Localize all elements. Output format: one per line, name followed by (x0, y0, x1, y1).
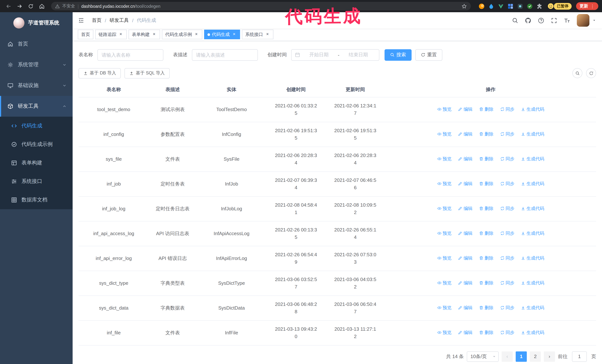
edit-link[interactable]: 编辑 (458, 105, 473, 113)
sync-link[interactable]: 同步 (500, 279, 514, 286)
generate-code-link[interactable]: 生成代码 (521, 155, 544, 162)
delete-link[interactable]: 删除 (479, 279, 494, 286)
edit-link[interactable]: 编辑 (458, 205, 473, 212)
edit-link[interactable]: 编辑 (458, 279, 473, 286)
preview-link[interactable]: 预览 (437, 105, 452, 113)
delete-link[interactable]: 删除 (479, 254, 494, 262)
tab[interactable]: 代码生成示例 × (162, 30, 202, 40)
user-avatar[interactable] (577, 14, 589, 27)
edit-link[interactable]: 编辑 (458, 180, 473, 187)
tab-close-icon[interactable]: × (265, 32, 270, 37)
sync-link[interactable]: 同步 (500, 304, 514, 311)
generate-code-link[interactable]: 生成代码 (521, 329, 544, 336)
tab[interactable]: 链路追踪 × (95, 30, 127, 40)
generate-code-link[interactable]: 生成代码 (521, 254, 544, 262)
tab-close-icon[interactable]: × (118, 32, 123, 37)
sidebar-item-infrastructure[interactable]: 基础设施 (0, 75, 73, 96)
table-desc-input[interactable] (192, 49, 258, 61)
grid-extension-icon[interactable] (507, 3, 514, 9)
tab[interactable]: 表单构建 × (129, 30, 160, 40)
drop-extension-icon[interactable] (488, 3, 494, 9)
orange-extension-icon[interactable] (478, 3, 484, 9)
preview-link[interactable]: 预览 (437, 329, 452, 336)
page-button-1[interactable]: 1 (516, 351, 527, 362)
tab-close-icon[interactable]: × (232, 32, 237, 37)
tab-close-icon[interactable]: × (151, 32, 157, 37)
help-icon[interactable] (538, 17, 544, 23)
sidebar-item-codegen-example[interactable]: 代码生成示例 (0, 135, 73, 154)
sidebar-item-system-api[interactable]: 系统接口 (0, 172, 73, 191)
sync-link[interactable]: 同步 (500, 205, 514, 212)
table-name-input[interactable] (97, 49, 163, 61)
sync-link[interactable]: 同步 (500, 105, 514, 113)
browser-profile-avatar[interactable] (548, 3, 554, 9)
delete-link[interactable]: 删除 (479, 105, 494, 113)
browser-menu-icon[interactable]: ⋮ (590, 3, 595, 9)
tab[interactable]: 系统接口 × (242, 30, 273, 40)
browser-forward-button[interactable] (15, 1, 24, 11)
toggle-search-button[interactable] (572, 68, 582, 78)
dark-extension-icon[interactable] (517, 3, 523, 9)
sync-link[interactable]: 同步 (500, 155, 514, 162)
goto-page-input[interactable] (572, 351, 587, 362)
breadcrumb-home[interactable]: 首页 (92, 17, 101, 24)
browser-update-button[interactable]: 更新 ⋮ (576, 2, 598, 10)
delete-link[interactable]: 删除 (479, 205, 494, 212)
vue-devtools-extension-icon[interactable] (497, 3, 504, 9)
page-button-2[interactable]: 2 (530, 351, 541, 362)
sidebar-item-form-builder[interactable]: 表单构建 (0, 154, 73, 172)
delete-link[interactable]: 删除 (479, 130, 494, 137)
tab-close-icon[interactable]: × (194, 32, 199, 37)
sync-link[interactable]: 同步 (500, 329, 514, 336)
import-db-button[interactable]: 基于 DB 导入 (78, 68, 121, 78)
page-size-select[interactable]: 10条/页 (467, 351, 499, 362)
sidebar-item-db-docs[interactable]: 数据库文档 (0, 191, 73, 209)
browser-back-button[interactable] (4, 1, 13, 11)
extensions-puzzle-icon[interactable] (536, 3, 542, 9)
sync-link[interactable]: 同步 (500, 130, 514, 137)
app-logo[interactable]: 芋道管理系统 (0, 12, 73, 34)
fullscreen-icon[interactable] (551, 17, 557, 23)
preview-link[interactable]: 预览 (437, 254, 452, 262)
sync-link[interactable]: 同步 (500, 180, 514, 187)
preview-link[interactable]: 预览 (437, 130, 452, 137)
delete-link[interactable]: 删除 (479, 180, 494, 187)
delete-link[interactable]: 删除 (479, 155, 494, 162)
generate-code-link[interactable]: 生成代码 (521, 130, 544, 137)
generate-code-link[interactable]: 生成代码 (521, 205, 544, 212)
search-icon[interactable] (512, 17, 518, 23)
github-icon[interactable] (525, 17, 531, 23)
next-page-button[interactable]: › (544, 351, 555, 362)
edit-link[interactable]: 编辑 (458, 155, 473, 162)
caret-down-icon[interactable] (592, 19, 596, 22)
delete-link[interactable]: 删除 (479, 329, 494, 336)
preview-link[interactable]: 预览 (437, 229, 452, 237)
import-sql-button[interactable]: 基于 SQL 导入 (125, 68, 170, 78)
sidebar-item-system-admin[interactable]: 系统管理 (0, 54, 73, 75)
browser-reload-button[interactable] (26, 1, 36, 11)
search-button[interactable]: 搜索 (385, 49, 412, 61)
edit-link[interactable]: 编辑 (458, 254, 473, 262)
address-bar[interactable]: 不安全 | dashboard.yudao.iocoder.cn/tool/co… (51, 2, 471, 10)
browser-home-button[interactable] (37, 1, 47, 11)
generate-code-link[interactable]: 生成代码 (521, 180, 544, 187)
preview-link[interactable]: 预览 (437, 155, 452, 162)
generate-code-link[interactable]: 生成代码 (521, 304, 544, 311)
generate-code-link[interactable]: 生成代码 (521, 229, 544, 237)
sidebar-item-dev-tools[interactable]: 研发工具 (0, 96, 73, 117)
prev-page-button[interactable]: ‹ (502, 351, 513, 362)
sidebar-item-code-generation[interactable]: 代码生成 (0, 117, 73, 135)
preview-link[interactable]: 预览 (437, 205, 452, 212)
edit-link[interactable]: 编辑 (458, 304, 473, 311)
edit-link[interactable]: 编辑 (458, 229, 473, 237)
sync-link[interactable]: 同步 (500, 229, 514, 237)
font-size-icon[interactable] (564, 17, 570, 23)
green-check-extension-icon[interactable] (527, 3, 533, 9)
sync-link[interactable]: 同步 (500, 254, 514, 262)
generate-code-link[interactable]: 生成代码 (521, 279, 544, 286)
delete-link[interactable]: 删除 (479, 304, 494, 311)
edit-link[interactable]: 编辑 (458, 329, 473, 336)
preview-link[interactable]: 预览 (437, 279, 452, 286)
sidebar-item-home[interactable]: 首页 (0, 34, 73, 54)
generate-code-link[interactable]: 生成代码 (521, 105, 544, 113)
